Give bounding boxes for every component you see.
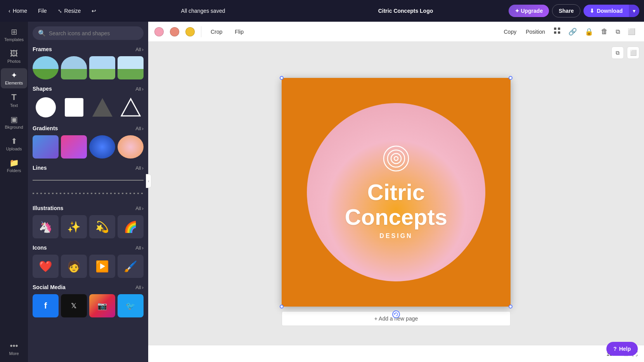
canvas-card[interactable]: Citric Concepts DESIGN: [282, 78, 511, 307]
illustrations-all-button[interactable]: All ›: [135, 205, 144, 211]
frames-all-button[interactable]: All ›: [135, 47, 144, 52]
frame-item[interactable]: [118, 56, 144, 79]
gradient-pink-orange[interactable]: [118, 135, 144, 159]
sidebar-item-background[interactable]: ▣ Bkground: [1, 112, 27, 133]
search-bar[interactable]: 🔍: [33, 26, 144, 40]
star-icon: ✦: [515, 8, 519, 14]
gradient-blue-circle[interactable]: [89, 135, 115, 159]
sidebar-item-uploads[interactable]: ⬆ Uploads: [1, 134, 27, 154]
icon-brush[interactable]: 🖌️: [118, 255, 144, 278]
frame-item[interactable]: [61, 56, 87, 79]
doc-title: Citric Concepts Logo: [306, 8, 505, 14]
help-button[interactable]: ? Help: [606, 342, 638, 356]
line-solid-item[interactable]: [33, 175, 144, 186]
grid-button[interactable]: [551, 26, 563, 38]
social-item-1[interactable]: f: [33, 294, 59, 317]
rotate-handle[interactable]: [392, 310, 400, 318]
sidebar-item-photos[interactable]: 🖼 Photos: [1, 47, 27, 67]
gradients-all-button[interactable]: All ›: [135, 126, 144, 131]
illus-money-stars[interactable]: 💫: [89, 215, 115, 238]
color-swatch-pink[interactable]: [154, 27, 164, 36]
svg-point-8: [391, 153, 401, 164]
svg-marker-0: [121, 99, 140, 116]
canvas-copy-button[interactable]: ⬜: [627, 47, 639, 59]
canvas-duplicate-button[interactable]: ⧉: [611, 47, 624, 59]
gradient-blue-purple[interactable]: [33, 135, 59, 159]
shapes-all-button[interactable]: All ›: [135, 86, 144, 92]
copy-icon-button[interactable]: ⬜: [625, 26, 638, 37]
icon-heart[interactable]: ❤️: [33, 255, 59, 278]
social-section-header: Social Media All ›: [33, 284, 144, 290]
copy-button[interactable]: Copy: [501, 27, 520, 36]
duplicate-button[interactable]: ⧉: [613, 27, 622, 37]
shape-triangle-filled[interactable]: [89, 96, 115, 119]
gradient-pink-purple[interactable]: [61, 135, 87, 159]
social-all-button[interactable]: All ›: [135, 284, 144, 290]
social-item-2[interactable]: 𝕏: [61, 294, 87, 317]
lines-all-button[interactable]: All ›: [135, 165, 144, 171]
resize-button[interactable]: ⤡ Resize: [54, 5, 85, 16]
lock-button[interactable]: 🔒: [582, 26, 596, 38]
shape-square[interactable]: [61, 96, 87, 119]
upgrade-label: Upgrade: [521, 8, 543, 14]
illustrations-title: Illustrations: [33, 205, 63, 211]
share-button[interactable]: Share: [552, 4, 580, 17]
flip-button[interactable]: Flip: [232, 27, 247, 36]
chevron-right-icon: ›: [142, 284, 144, 290]
search-input[interactable]: [49, 30, 138, 36]
frame-item[interactable]: [33, 56, 59, 79]
handle-top-right[interactable]: [509, 76, 512, 80]
svg-point-9: [394, 157, 398, 160]
chevron-right-icon: ›: [142, 126, 144, 131]
crop-button[interactable]: Crop: [208, 27, 225, 36]
undo-button[interactable]: ↩: [88, 5, 100, 16]
icon-play[interactable]: ▶️: [89, 255, 115, 278]
svg-rect-2: [554, 28, 556, 30]
sidebar: ⊞ Templates 🖼 Photos ✦ Elements T Text ▣…: [0, 22, 28, 362]
handle-top-left[interactable]: [280, 76, 284, 80]
frames-title: Frames: [33, 46, 52, 52]
shape-triangle-outline[interactable]: [118, 96, 144, 119]
frame-item[interactable]: [89, 56, 115, 79]
sidebar-item-more[interactable]: ••• More: [1, 339, 27, 359]
sidebar-item-templates[interactable]: ⊞ Templates: [1, 25, 27, 45]
line-dotted-item[interactable]: [33, 188, 144, 199]
shape-circle[interactable]: [33, 96, 59, 119]
chevron-left-icon: ‹: [9, 8, 10, 14]
download-button[interactable]: ⬇ Download: [583, 5, 629, 17]
icons-title: Icons: [33, 245, 47, 251]
caret-down-icon: ▾: [633, 8, 635, 14]
upgrade-button[interactable]: ✦ Upgrade: [509, 5, 549, 17]
sidebar-item-text[interactable]: T Text: [1, 90, 27, 111]
position-button[interactable]: Position: [523, 27, 548, 36]
file-button[interactable]: File: [34, 5, 51, 16]
panel-hide-toggle[interactable]: ‹: [146, 174, 151, 188]
color-swatch-salmon[interactable]: [170, 27, 179, 36]
handle-bottom-right[interactable]: [509, 305, 512, 309]
icons-all-button[interactable]: All ›: [135, 245, 144, 251]
link-button[interactable]: 🔗: [566, 26, 579, 38]
icons-grid: ❤️ 🧑 ▶️ 🖌️: [33, 255, 144, 278]
gradients-title: Gradients: [33, 125, 58, 131]
top-bar: ‹ Home File ⤡ Resize ↩ All changes saved…: [0, 0, 644, 22]
color-swatch-yellow[interactable]: [185, 27, 195, 36]
social-item-3[interactable]: 📷: [89, 294, 115, 317]
illus-rainbow[interactable]: 🌈: [118, 215, 144, 238]
shapes-grid: [33, 96, 144, 119]
illustrations-grid: 🦄 ✨ 💫 🌈: [33, 215, 144, 238]
sidebar-item-elements[interactable]: ✦ Elements: [1, 68, 27, 88]
sidebar-item-folders[interactable]: 📁 Folders: [1, 156, 27, 176]
logo-circle[interactable]: Citric Concepts DESIGN: [307, 103, 485, 281]
social-item-4[interactable]: 🐦: [118, 294, 144, 317]
file-label: File: [38, 8, 47, 14]
handle-bottom-left[interactable]: [280, 305, 284, 309]
delete-button[interactable]: 🗑: [599, 26, 610, 37]
download-caret-button[interactable]: ▾: [629, 5, 639, 17]
illus-unicorn[interactable]: 🦄: [33, 215, 59, 238]
illus-sparkle[interactable]: ✨: [61, 215, 87, 238]
icon-person[interactable]: 🧑: [61, 255, 87, 278]
svg-rect-5: [558, 31, 560, 34]
shapes-title: Shapes: [33, 86, 52, 92]
home-button[interactable]: ‹ Home: [5, 5, 31, 16]
uploads-icon: ⬆: [11, 137, 17, 145]
